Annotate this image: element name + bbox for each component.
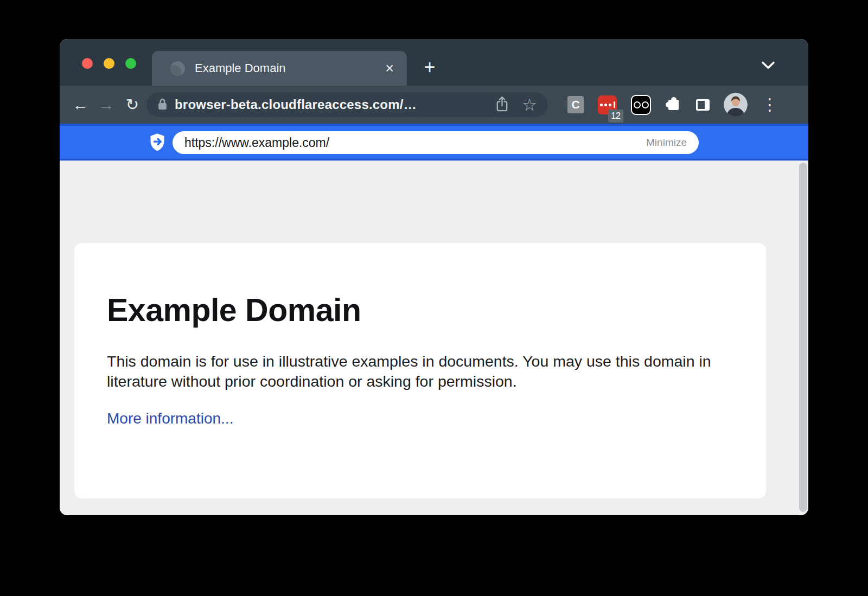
browser-toolbar: ← → ↻ browser-beta.cloudflareaccess.com/…: [60, 86, 808, 124]
extension-two-circles-icon[interactable]: [631, 95, 651, 115]
chevron-down-icon[interactable]: [761, 61, 776, 72]
browser-tab[interactable]: Example Domain ×: [152, 51, 407, 86]
back-button[interactable]: ←: [68, 93, 92, 117]
extensions-puzzle-icon[interactable]: [668, 100, 679, 110]
globe-favicon-icon: [170, 61, 185, 76]
tab-title: Example Domain: [195, 61, 286, 75]
browser-menu-kebab-icon[interactable]: ⋮: [762, 97, 778, 113]
bookmark-star-icon[interactable]: ☆: [522, 97, 537, 113]
minimize-button[interactable]: Minimize: [646, 137, 687, 149]
web-page-viewport: Example Domain This domain is for use in…: [60, 161, 808, 515]
isolated-page-url: https://www.example.com/: [184, 136, 329, 150]
side-panel-icon[interactable]: [696, 99, 710, 111]
access-shield-icon: [149, 133, 165, 154]
extension-badge-count: 12: [608, 110, 623, 123]
content-card: Example Domain This domain is for use in…: [74, 243, 766, 498]
omnibox-url-text: browser-beta.cloudflareaccess.com/…: [175, 97, 417, 112]
address-bar[interactable]: browser-beta.cloudflareaccess.com/… ☆: [146, 92, 548, 117]
reload-button[interactable]: ↻: [120, 93, 144, 117]
cloudflare-access-bar: https://www.example.com/ Minimize: [60, 124, 808, 161]
lock-icon: [157, 97, 168, 113]
more-information-link[interactable]: More information...: [107, 410, 233, 427]
window-zoom-button[interactable]: [125, 58, 136, 69]
window-close-button[interactable]: [82, 58, 93, 69]
extension-password-manager-icon[interactable]: 12: [598, 95, 617, 114]
share-icon[interactable]: [495, 95, 509, 114]
isolation-url-bar[interactable]: https://www.example.com/ Minimize: [173, 131, 699, 154]
page-heading: Example Domain: [107, 292, 733, 329]
window-minimize-button[interactable]: [104, 58, 114, 69]
page-scrollbar[interactable]: [799, 163, 807, 512]
new-tab-button[interactable]: +: [418, 51, 442, 84]
forward-button[interactable]: →: [94, 93, 118, 117]
profile-avatar[interactable]: [724, 93, 748, 117]
page-paragraph: This domain is for use in illustrative e…: [107, 351, 731, 392]
browser-window: Example Domain × + ← → ↻ browser-beta.cl…: [60, 39, 808, 515]
tab-strip: Example Domain × +: [60, 39, 808, 86]
tab-close-icon[interactable]: ×: [385, 61, 394, 76]
extension-area: C 12 ⋮: [567, 93, 778, 117]
extension-c-button[interactable]: C: [567, 96, 584, 113]
